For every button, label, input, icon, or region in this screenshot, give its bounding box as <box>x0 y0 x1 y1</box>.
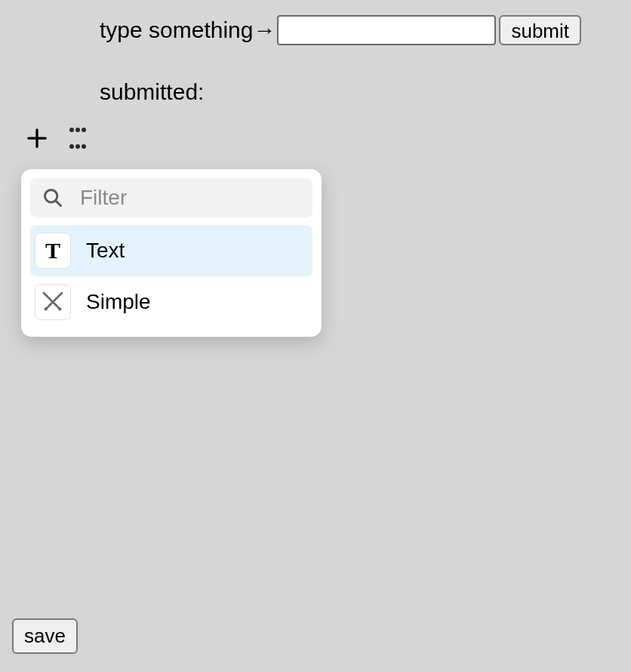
svg-point-9 <box>58 307 61 310</box>
block-type-popup: T Text Simple <box>21 169 322 337</box>
submit-button[interactable]: submit <box>499 15 581 45</box>
menu-item-label: Simple <box>86 290 151 314</box>
menu-item-label: Text <box>86 239 125 263</box>
filter-input[interactable] <box>80 186 300 210</box>
filter-row <box>30 178 312 217</box>
svg-line-7 <box>55 304 59 308</box>
menu-item-text[interactable]: T Text <box>30 225 312 276</box>
text-input[interactable] <box>277 15 496 45</box>
svg-line-6 <box>47 304 51 308</box>
plus-icon[interactable] <box>26 127 48 150</box>
save-button[interactable]: save <box>12 618 78 654</box>
svg-line-5 <box>50 293 62 305</box>
swords-icon <box>35 284 71 320</box>
svg-line-3 <box>56 201 61 206</box>
submitted-label: submitted: <box>100 79 204 105</box>
svg-line-4 <box>44 293 56 305</box>
svg-point-8 <box>45 307 48 310</box>
text-icon: T <box>35 233 71 269</box>
menu-item-simple[interactable]: Simple <box>30 276 312 328</box>
form-label: type something→ <box>100 17 275 43</box>
block-controls <box>26 127 86 150</box>
form-row: type something→ submit <box>100 15 581 45</box>
search-icon <box>42 187 63 208</box>
drag-handle-icon[interactable] <box>69 128 86 149</box>
